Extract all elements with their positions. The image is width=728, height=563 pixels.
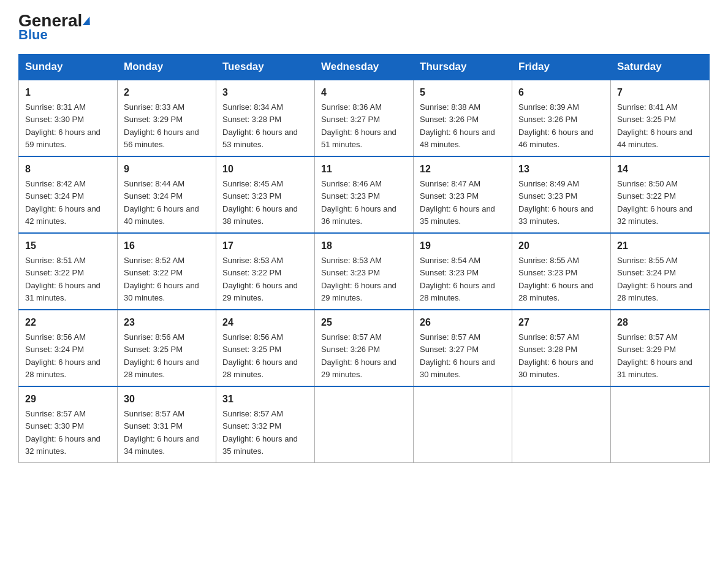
day-number: 21 [617, 239, 703, 253]
day-info: Sunrise: 8:44 AMSunset: 3:24 PMDaylight:… [124, 179, 199, 226]
day-info: Sunrise: 8:53 AMSunset: 3:23 PMDaylight:… [321, 256, 396, 302]
day-number: 3 [222, 85, 308, 100]
day-info: Sunrise: 8:54 AMSunset: 3:23 PMDaylight:… [420, 256, 495, 302]
calendar-cell: 5Sunrise: 8:38 AMSunset: 3:26 PMDaylight… [414, 80, 512, 156]
day-info: Sunrise: 8:52 AMSunset: 3:22 PMDaylight:… [124, 256, 199, 302]
day-info: Sunrise: 8:34 AMSunset: 3:28 PMDaylight:… [222, 102, 298, 149]
day-number: 10 [222, 162, 308, 177]
calendar-cell: 13Sunrise: 8:49 AMSunset: 3:23 PMDayligh… [512, 156, 611, 233]
day-number: 22 [25, 315, 111, 330]
calendar-cell [512, 386, 611, 463]
calendar-cell: 29Sunrise: 8:57 AMSunset: 3:30 PMDayligh… [19, 386, 118, 463]
day-number: 16 [124, 239, 210, 253]
weekday-header-friday: Friday [512, 55, 611, 80]
day-info: Sunrise: 8:38 AMSunset: 3:26 PMDaylight:… [420, 102, 495, 149]
weekday-header-wednesday: Wednesday [315, 55, 414, 80]
day-info: Sunrise: 8:56 AMSunset: 3:25 PMDaylight:… [124, 332, 199, 379]
day-info: Sunrise: 8:53 AMSunset: 3:22 PMDaylight:… [222, 256, 298, 302]
calendar-cell: 31Sunrise: 8:57 AMSunset: 3:32 PMDayligh… [216, 386, 315, 463]
calendar-cell [315, 386, 414, 463]
weekday-header-saturday: Saturday [611, 55, 710, 80]
day-info: Sunrise: 8:55 AMSunset: 3:24 PMDaylight:… [617, 256, 692, 302]
day-number: 28 [617, 315, 703, 330]
calendar-cell: 1Sunrise: 8:31 AMSunset: 3:30 PMDaylight… [19, 80, 118, 156]
day-number: 31 [222, 392, 308, 407]
calendar-cell: 3Sunrise: 8:34 AMSunset: 3:28 PMDaylight… [216, 80, 315, 156]
day-number: 17 [222, 239, 308, 253]
weekday-header-sunday: Sunday [19, 55, 118, 80]
day-number: 14 [617, 162, 703, 177]
day-info: Sunrise: 8:33 AMSunset: 3:29 PMDaylight:… [124, 102, 199, 149]
day-info: Sunrise: 8:56 AMSunset: 3:24 PMDaylight:… [25, 332, 100, 379]
logo-blue: Blue [18, 27, 48, 43]
calendar-cell: 26Sunrise: 8:57 AMSunset: 3:27 PMDayligh… [414, 310, 512, 386]
day-number: 20 [518, 239, 604, 253]
calendar-cell: 24Sunrise: 8:56 AMSunset: 3:25 PMDayligh… [216, 310, 315, 386]
day-number: 8 [25, 162, 111, 177]
calendar-cell: 27Sunrise: 8:57 AMSunset: 3:28 PMDayligh… [512, 310, 611, 386]
day-info: Sunrise: 8:55 AMSunset: 3:23 PMDaylight:… [518, 256, 594, 302]
day-info: Sunrise: 8:56 AMSunset: 3:25 PMDaylight:… [222, 332, 298, 379]
day-info: Sunrise: 8:36 AMSunset: 3:27 PMDaylight:… [321, 102, 396, 149]
calendar-cell: 14Sunrise: 8:50 AMSunset: 3:22 PMDayligh… [611, 156, 710, 233]
day-info: Sunrise: 8:57 AMSunset: 3:29 PMDaylight:… [617, 332, 692, 379]
day-number: 18 [321, 239, 407, 253]
day-info: Sunrise: 8:50 AMSunset: 3:22 PMDaylight:… [617, 179, 692, 226]
calendar-cell: 6Sunrise: 8:39 AMSunset: 3:26 PMDaylight… [512, 80, 611, 156]
calendar-cell: 15Sunrise: 8:51 AMSunset: 3:22 PMDayligh… [19, 233, 118, 310]
day-number: 26 [420, 315, 506, 330]
day-info: Sunrise: 8:46 AMSunset: 3:23 PMDaylight:… [321, 179, 396, 226]
day-number: 23 [124, 315, 210, 330]
calendar-cell: 16Sunrise: 8:52 AMSunset: 3:22 PMDayligh… [118, 233, 216, 310]
day-number: 12 [420, 162, 506, 177]
day-info: Sunrise: 8:47 AMSunset: 3:23 PMDaylight:… [420, 179, 495, 226]
day-number: 27 [518, 315, 604, 330]
day-number: 1 [25, 85, 111, 100]
day-info: Sunrise: 8:51 AMSunset: 3:22 PMDaylight:… [25, 256, 100, 302]
weekday-header-thursday: Thursday [414, 55, 512, 80]
day-info: Sunrise: 8:41 AMSunset: 3:25 PMDaylight:… [617, 102, 692, 149]
day-number: 11 [321, 162, 407, 177]
calendar-cell: 10Sunrise: 8:45 AMSunset: 3:23 PMDayligh… [216, 156, 315, 233]
week-row-4: 22Sunrise: 8:56 AMSunset: 3:24 PMDayligh… [19, 310, 710, 386]
day-info: Sunrise: 8:57 AMSunset: 3:27 PMDaylight:… [420, 332, 495, 379]
weekday-header-tuesday: Tuesday [216, 55, 315, 80]
day-number: 5 [420, 85, 506, 100]
day-number: 2 [124, 85, 210, 100]
calendar-cell: 7Sunrise: 8:41 AMSunset: 3:25 PMDaylight… [611, 80, 710, 156]
calendar-cell: 12Sunrise: 8:47 AMSunset: 3:23 PMDayligh… [414, 156, 512, 233]
calendar-cell: 18Sunrise: 8:53 AMSunset: 3:23 PMDayligh… [315, 233, 414, 310]
day-number: 19 [420, 239, 506, 253]
calendar-cell: 11Sunrise: 8:46 AMSunset: 3:23 PMDayligh… [315, 156, 414, 233]
weekday-header-monday: Monday [118, 55, 216, 80]
calendar-cell: 2Sunrise: 8:33 AMSunset: 3:29 PMDaylight… [118, 80, 216, 156]
day-info: Sunrise: 8:57 AMSunset: 3:28 PMDaylight:… [518, 332, 594, 379]
day-info: Sunrise: 8:49 AMSunset: 3:23 PMDaylight:… [518, 179, 594, 226]
calendar-cell: 28Sunrise: 8:57 AMSunset: 3:29 PMDayligh… [611, 310, 710, 386]
weekday-header-row: SundayMondayTuesdayWednesdayThursdayFrid… [19, 55, 710, 80]
day-number: 29 [25, 392, 111, 407]
calendar-cell: 8Sunrise: 8:42 AMSunset: 3:24 PMDaylight… [19, 156, 118, 233]
calendar-cell: 4Sunrise: 8:36 AMSunset: 3:27 PMDaylight… [315, 80, 414, 156]
day-info: Sunrise: 8:42 AMSunset: 3:24 PMDaylight:… [25, 179, 100, 226]
day-info: Sunrise: 8:57 AMSunset: 3:32 PMDaylight:… [222, 409, 298, 456]
week-row-2: 8Sunrise: 8:42 AMSunset: 3:24 PMDaylight… [19, 156, 710, 233]
day-number: 15 [25, 239, 111, 253]
calendar-cell: 19Sunrise: 8:54 AMSunset: 3:23 PMDayligh… [414, 233, 512, 310]
calendar-cell: 17Sunrise: 8:53 AMSunset: 3:22 PMDayligh… [216, 233, 315, 310]
week-row-5: 29Sunrise: 8:57 AMSunset: 3:30 PMDayligh… [19, 386, 710, 463]
calendar-cell: 20Sunrise: 8:55 AMSunset: 3:23 PMDayligh… [512, 233, 611, 310]
logo: General Blue [18, 12, 91, 43]
calendar-cell [611, 386, 710, 463]
day-number: 6 [518, 85, 604, 100]
day-info: Sunrise: 8:45 AMSunset: 3:23 PMDaylight:… [222, 179, 298, 226]
calendar-cell: 9Sunrise: 8:44 AMSunset: 3:24 PMDaylight… [118, 156, 216, 233]
day-info: Sunrise: 8:57 AMSunset: 3:30 PMDaylight:… [25, 409, 100, 456]
week-row-1: 1Sunrise: 8:31 AMSunset: 3:30 PMDaylight… [19, 80, 710, 156]
calendar-table: SundayMondayTuesdayWednesdayThursdayFrid… [18, 54, 710, 463]
calendar-cell [414, 386, 512, 463]
day-number: 7 [617, 85, 703, 100]
day-number: 13 [518, 162, 604, 177]
day-info: Sunrise: 8:31 AMSunset: 3:30 PMDaylight:… [25, 102, 100, 149]
day-number: 25 [321, 315, 407, 330]
